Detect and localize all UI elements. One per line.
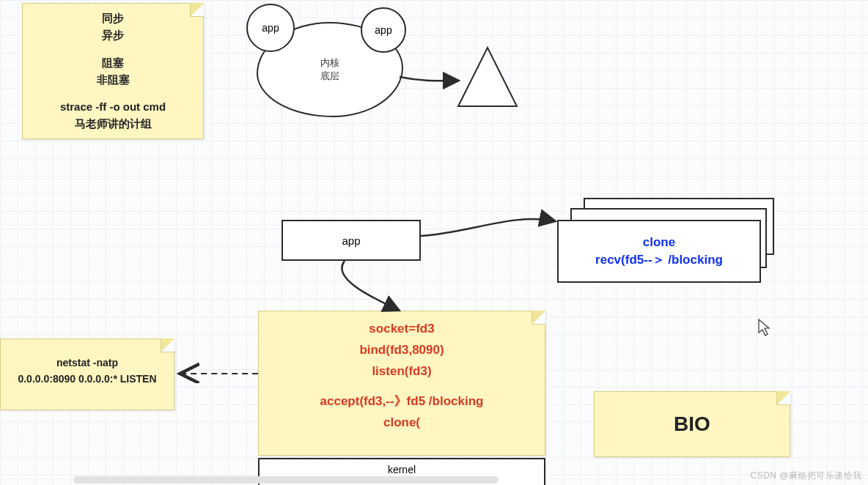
watermark: CSDN @麻烦把可乐递给我 <box>750 470 862 482</box>
diagram-canvas: 同步 异步 阻塞 非阻塞 strace -ff -o out cmd 马老师讲的… <box>0 0 868 485</box>
text: 内核 <box>320 56 339 70</box>
text: accept(fd3,--》fd5 /blocking <box>268 391 536 412</box>
text: clone <box>595 234 723 251</box>
text: BIO <box>674 412 710 435</box>
text: app <box>342 234 360 247</box>
text: clone( <box>268 412 536 434</box>
text: app <box>375 24 391 36</box>
text: bind(fd3,8090) <box>268 340 536 361</box>
text: 非阻塞 <box>32 71 194 88</box>
app-circle-1: app <box>246 4 295 52</box>
text: 同步 <box>32 10 194 26</box>
text: 0.0.0.0:8090 0.0.0.0:* LISTEN <box>10 371 165 388</box>
app-box: app <box>282 220 421 261</box>
text: listen(fd3) <box>268 361 536 382</box>
note-bio: BIO <box>594 391 790 457</box>
text: 异步 <box>32 26 194 43</box>
text: strace -ff -o out cmd <box>32 98 194 115</box>
clone-stack: clone recv(fd5--＞ /blocking <box>557 198 777 284</box>
text: recv(fd5--＞ /blocking <box>595 251 723 269</box>
app-circle-2: app <box>361 7 406 53</box>
svg-marker-0 <box>458 48 517 106</box>
text: 阻塞 <box>32 54 194 71</box>
note-syscalls: socket=fd3 bind(fd3,8090) listen(fd3) ac… <box>258 311 545 456</box>
text: netstat -natp <box>10 355 165 371</box>
text: kernel <box>388 464 416 475</box>
text: 底层 <box>320 70 339 83</box>
note-netstat: netstat -natp 0.0.0.0:8090 0.0.0.0:* LIS… <box>0 338 174 410</box>
text: 马老师讲的计组 <box>32 115 194 132</box>
note-concepts: 同步 异步 阻塞 非阻塞 strace -ff -o out cmd 马老师讲的… <box>22 3 204 139</box>
horizontal-scrollbar[interactable] <box>73 476 499 484</box>
text: app <box>262 22 279 34</box>
text: socket=fd3 <box>268 319 536 340</box>
